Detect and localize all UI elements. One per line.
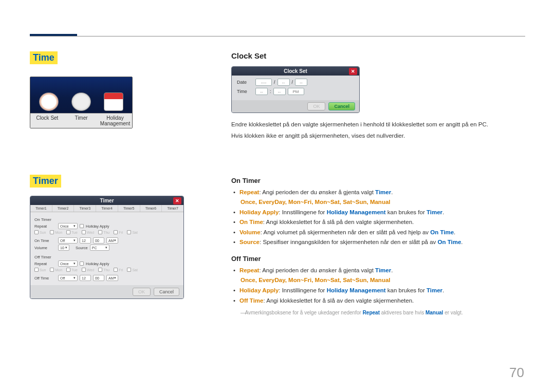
time-hour[interactable]: --	[255, 88, 268, 95]
timer-footer: OK Cancel	[30, 285, 183, 298]
right-column: Clock Set Clock Set ✕ Date ----/ --/ -- …	[231, 51, 524, 315]
on-days-row: Sun Mon Tue Wed Thu Fri Sat	[34, 230, 179, 234]
day-fri[interactable]: Fri	[114, 230, 123, 234]
on-ampm[interactable]: AM▾	[106, 237, 118, 244]
timer-cancel-button[interactable]: Cancel	[154, 288, 179, 296]
off-day-fri[interactable]: Fri	[114, 268, 123, 272]
holiday-apply-label: Holiday Apply	[86, 224, 109, 229]
clockset-ok-button[interactable]: OK	[307, 102, 325, 110]
on-min[interactable]: 00	[93, 237, 104, 244]
repeat-row: Repeat Once▾ Holiday Apply	[34, 223, 179, 229]
tab-timer4[interactable]: Timer4	[96, 205, 118, 212]
offtime-row: Off Time Off▾ 12 00 AM▾	[34, 275, 179, 281]
page-rule	[30, 36, 525, 36]
off-days-row: Sun Mon Tue Wed Thu Fri Sat	[34, 268, 179, 272]
ontime-row: On Time Off▾ 12 00 AM▾	[34, 237, 179, 244]
holiday-apply-checkbox[interactable]	[80, 224, 84, 228]
time-icons	[30, 90, 132, 113]
timer-dialog: Timer ✕ Timer1 Timer2 Timer3 Timer4 Time…	[30, 196, 184, 299]
tab-timer2[interactable]: Timer2	[52, 205, 75, 212]
tab-timer3[interactable]: Timer3	[74, 205, 96, 212]
time-label: Time	[237, 89, 253, 94]
off-day-sun[interactable]: Sun	[34, 268, 46, 272]
tab-timer7[interactable]: Timer7	[162, 205, 183, 212]
timer-icon[interactable]	[68, 92, 94, 111]
time-min[interactable]: --	[273, 88, 286, 95]
holiday-mgmt-icon[interactable]	[101, 92, 126, 111]
date-month[interactable]: --	[278, 79, 290, 86]
day-sun[interactable]: Sun	[34, 230, 46, 234]
on-hour[interactable]: 12	[80, 237, 91, 244]
time-labels: Clock Set Timer Holiday Management	[30, 113, 132, 128]
ontimer-holiday: Holiday Apply: Innstillingene for Holida…	[240, 208, 524, 218]
off-hour[interactable]: 12	[80, 275, 91, 281]
page-number: 70	[509, 365, 524, 381]
tab-timer5[interactable]: Timer5	[118, 205, 140, 212]
clockset-cancel-button[interactable]: Cancel	[328, 102, 355, 110]
ontimer-source: Source: Spesifiser inngangskilden for sk…	[240, 237, 524, 248]
ontimer-bullets: Repeat: Angi perioden der du ønsker å gj…	[240, 188, 524, 248]
clockset-footer: OK Cancel	[232, 100, 359, 113]
clockset-desc: Endre klokkeslettet på den valgte skjerm…	[231, 120, 524, 141]
tab-timer6[interactable]: Timer6	[140, 205, 162, 212]
off-timer-section-label: Off Timer	[34, 255, 179, 259]
offtimer-note: Avmerkingsboksene for å velge ukedager n…	[240, 310, 524, 315]
day-mon[interactable]: Mon	[50, 230, 62, 234]
off-repeat-row: Repeat Once▾ Holiday Apply	[34, 260, 179, 267]
time-row: Time --: -- PM	[237, 88, 354, 95]
volume-select[interactable]: 10▾	[58, 245, 69, 251]
timer-label: Timer	[66, 115, 97, 126]
clock-set-heading: Clock Set	[231, 51, 524, 60]
off-day-wed[interactable]: Wed	[82, 268, 94, 272]
time-panel: Clock Set Timer Holiday Management	[30, 77, 133, 128]
ontime-state[interactable]: Off▾	[58, 237, 78, 244]
date-label: Date	[237, 80, 253, 85]
close-icon[interactable]: ✕	[349, 68, 357, 75]
offtime-label: Off Time	[34, 276, 56, 281]
off-ampm[interactable]: AM▾	[106, 275, 118, 281]
clockset-title: Clock Set	[284, 68, 307, 74]
ontimer-heading: On Timer	[231, 177, 524, 184]
time-heading: Time	[30, 51, 58, 64]
repeat-select[interactable]: Once▾	[58, 223, 78, 229]
date-day[interactable]: --	[295, 79, 307, 86]
close-icon[interactable]: ✕	[173, 197, 181, 204]
off-holiday-apply-label: Holiday Apply	[86, 262, 109, 266]
ontime-label: On Time	[34, 238, 56, 243]
repeat-label: Repeat	[34, 224, 56, 229]
clockset-body: Date ----/ --/ -- Time --: -- PM	[232, 76, 359, 100]
left-column: Time Clock Set Timer Holiday Management …	[30, 51, 194, 299]
time-ampm[interactable]: PM	[288, 88, 304, 95]
offtimer-bullets: Repeat: Angi perioden der du ønsker å gj…	[240, 266, 524, 306]
off-repeat-select[interactable]: Once▾	[58, 260, 78, 267]
day-sat[interactable]: Sat	[127, 230, 138, 234]
volume-label: Volume	[34, 246, 56, 250]
date-year[interactable]: ----	[255, 79, 272, 86]
clock-set-icon[interactable]	[36, 92, 62, 111]
timer-body: On Timer Repeat Once▾ Holiday Apply Sun …	[30, 212, 183, 285]
date-row: Date ----/ --/ --	[237, 79, 354, 86]
timer-ok-button[interactable]: OK	[133, 288, 151, 296]
holiday-label: Holiday Management	[100, 115, 131, 126]
offtime-state[interactable]: Off▾	[58, 275, 78, 281]
page-rule-accent	[30, 34, 77, 36]
timer-heading: Timer	[30, 175, 61, 188]
on-timer-section-label: On Timer	[34, 217, 179, 222]
tab-timer1[interactable]: Timer1	[30, 205, 52, 212]
day-tue[interactable]: Tue	[66, 230, 78, 234]
off-day-mon[interactable]: Mon	[50, 268, 62, 272]
off-day-sat[interactable]: Sat	[127, 268, 138, 272]
source-select[interactable]: PC▾	[90, 245, 109, 251]
day-thu[interactable]: Thu	[98, 230, 109, 234]
offtimer-offtime: Off Time: Angi klokkeslettet for å slå a…	[240, 296, 524, 306]
off-day-tue[interactable]: Tue	[66, 268, 78, 272]
off-holiday-apply-checkbox[interactable]	[80, 262, 84, 266]
ontimer-ontime: On Time: Angi klokkeslettet for å slå på…	[240, 217, 524, 228]
source-label: Source	[76, 246, 88, 250]
off-day-thu[interactable]: Thu	[98, 268, 109, 272]
clock-set-label: Clock Set	[32, 115, 63, 126]
timer-dialog-header: Timer ✕	[30, 196, 183, 205]
offtimer-repeat: Repeat: Angi perioden der du ønsker å gj…	[240, 266, 524, 286]
day-wed[interactable]: Wed	[82, 230, 94, 234]
off-min[interactable]: 00	[93, 275, 104, 281]
